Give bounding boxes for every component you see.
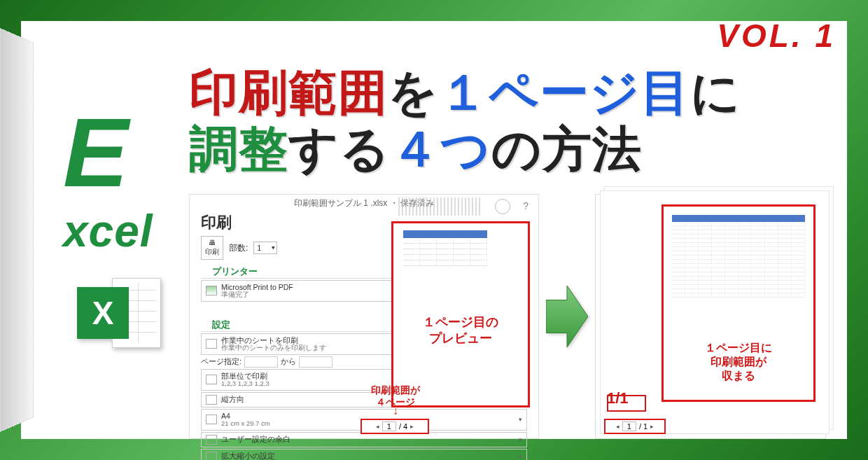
margins-icon (206, 435, 217, 445)
excel-icon: X (77, 274, 161, 351)
demo-row: ? 印刷範囲サンプル 1 .xlsx ・ 保存済み 印刷 🖶 印刷 部数: 1 … (189, 187, 826, 446)
sheet-icon (206, 339, 217, 349)
thumbnail-background: Excel X VOL. 1 印刷範囲を１ページ目に 調整する４つの方法 ? 印 (0, 0, 868, 460)
chevron-down-icon: ▾ (519, 416, 522, 423)
paper-sub: 21 cm x 29.7 cm (221, 420, 270, 428)
after-caption-l3: 収まる (722, 370, 755, 382)
printer-icon: 🖶 (209, 239, 216, 246)
title-red: 印刷範囲 (189, 65, 388, 120)
after-caption: １ページ目に 印刷範囲が 収まる (664, 341, 813, 383)
title-t1: を (388, 65, 439, 120)
title-t4: の方法 (491, 122, 642, 176)
pager-prev-icon[interactable]: ◂ (376, 423, 379, 430)
title-green: 調整 (189, 122, 288, 176)
scaling-value: 拡大縮小の設定 (221, 452, 275, 460)
scaling-dropdown[interactable]: 拡大縮小の設定 ▾ (201, 449, 527, 460)
main-title: 印刷範囲を１ページ目に 調整する４つの方法 (189, 64, 826, 177)
pager-annot-l1: 印刷範囲が (371, 384, 420, 396)
collate-icon (206, 375, 217, 384)
brand-panel: Excel X (21, 21, 189, 439)
excel-wordmark-rest: xcel (63, 206, 153, 256)
page-from-input[interactable] (244, 356, 278, 368)
preview-mini-table (403, 230, 487, 266)
scope-sub: 作業中のシートのみを印刷します (221, 344, 326, 352)
pager-prev-icon[interactable]: ◂ (616, 423, 620, 430)
preview-caption-l2: プレビュー (429, 331, 492, 345)
print-dialog-before: ? 印刷範囲サンプル 1 .xlsx ・ 保存済み 印刷 🖶 印刷 部数: 1 … (189, 194, 539, 439)
volume-label: VOL. 1 (717, 17, 836, 55)
pager-total: / 4 (399, 422, 407, 431)
pager-current[interactable]: 1 (622, 421, 636, 431)
excel-wordmark: Excel (21, 109, 189, 253)
pager-current[interactable]: 1 (382, 421, 396, 431)
preview-page-before: １ページ目の プレビュー (391, 221, 530, 407)
transition-arrow (546, 278, 588, 355)
chevron-down-icon: ▾ (519, 436, 522, 443)
pager-next-icon[interactable]: ▸ (650, 423, 654, 430)
preview-full-table (672, 215, 805, 298)
pager-after[interactable]: ◂ 1 / 1 ▸ (604, 419, 666, 434)
page-count-label: 1/1 (607, 389, 629, 407)
svg-marker-0 (546, 286, 588, 347)
decor-barcode (398, 197, 482, 216)
pager-before[interactable]: ◂ 1 / 4 ▸ (360, 419, 429, 434)
help-icon: ? (523, 200, 528, 211)
title-blue2: ４つ (391, 122, 491, 176)
copies-label: 部数: (229, 242, 248, 254)
collate-sub: 1,2,3 1,2,3 1,2,3 (221, 380, 270, 388)
printer-status: 準備完了 (221, 291, 293, 299)
arrow-right-icon (546, 278, 588, 355)
scaling-icon (206, 452, 217, 460)
page-to-input[interactable] (299, 356, 332, 368)
preview-page-after: １ページ目に 印刷範囲が 収まる (662, 204, 816, 402)
title-t3: する (288, 122, 391, 176)
margins-dropdown[interactable]: ユーザー設定の余白 ▾ (201, 432, 527, 447)
page-range-to: から (281, 357, 296, 367)
copies-spinner[interactable]: 1 (253, 242, 277, 254)
title-t2: に (690, 65, 741, 120)
preview-caption: １ページ目の プレビュー (393, 314, 528, 347)
after-caption-l1: １ページ目に (705, 342, 772, 354)
print-button[interactable]: 🖶 印刷 (201, 236, 223, 260)
page-range-label: ページ指定: (201, 357, 241, 367)
paper-icon (206, 414, 217, 424)
title-blue1: １ページ目 (439, 65, 690, 120)
excel-wordmark-e: E (63, 109, 128, 197)
pager-total: / 1 (639, 422, 648, 431)
print-dialog-after: １ページ目に 印刷範囲が 収まる 1/1 ◂ 1 / 1 ▸ (595, 194, 826, 439)
orientation-icon (206, 395, 217, 405)
pager-annotation: 印刷範囲が ４ページ ↓ (354, 384, 438, 414)
printer-section-text: プリンター (212, 266, 258, 277)
preview-caption-l1: １ページ目の (423, 315, 498, 329)
excel-icon-book: X (77, 287, 129, 339)
door-graphic (0, 28, 34, 432)
printer-device-icon (206, 286, 217, 295)
content-area: VOL. 1 印刷範囲を１ページ目に 調整する４つの方法 ? 印刷範囲サンプル … (189, 21, 847, 439)
pager-next-icon[interactable]: ▸ (410, 423, 414, 430)
after-caption-l2: 印刷範囲が (710, 356, 766, 368)
print-button-label: 印刷 (205, 247, 219, 257)
avatar-icon (495, 199, 510, 214)
thumbnail-card: Excel X VOL. 1 印刷範囲を１ページ目に 調整する４つの方法 ? 印 (21, 21, 847, 439)
doc-title: 印刷範囲サンプル 1 .xlsx ・ 保存済み (190, 195, 538, 209)
margins-value: ユーザー設定の余白 (221, 435, 290, 445)
chevron-down-icon: ▾ (519, 453, 522, 460)
orientation-value: 縦方向 (221, 395, 244, 405)
